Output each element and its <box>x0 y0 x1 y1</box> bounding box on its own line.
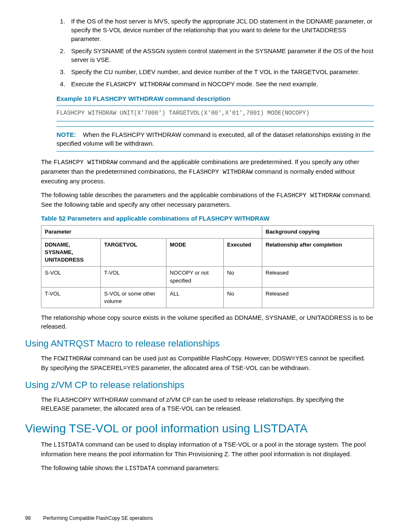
paragraph: The FLASHCOPY WITHDRAW command of z/VM C… <box>41 395 374 413</box>
code-text: FLASHCPY WITHDRAW <box>189 169 253 176</box>
th-mode: MODE <box>166 238 224 267</box>
chapter-title: Performing Compatible FlashCopy SE opera… <box>43 515 153 521</box>
list-item: Specify SYSNAME of the ASSGN system cont… <box>67 46 374 64</box>
cell: T-VOL <box>41 287 101 308</box>
list-text: command in NOCOPY mode. See the next exa… <box>170 80 318 87</box>
list-text: If the OS of the host server is MVS, spe… <box>71 18 373 42</box>
heading-listdata: Viewing TSE-VOL or pool information usin… <box>25 420 374 437</box>
list-text: Execute the <box>71 80 106 87</box>
cell: ALL <box>166 287 224 308</box>
th-target: TARGETVOL <box>101 238 166 267</box>
paragraph: The LISTDATA command can be used to disp… <box>41 440 374 458</box>
th-parameter: Parameter <box>41 225 262 238</box>
th-dd: DDNAME, SYSNAME, UNITADDRESS <box>41 238 101 267</box>
code-text: FCWITHDRAW <box>54 355 91 362</box>
procedure-list: If the OS of the host server is MVS, spe… <box>25 17 374 89</box>
cell: S-VOL <box>41 267 101 287</box>
table-row: T-VOL S-VOL or some other volume ALL No … <box>41 287 374 308</box>
list-item: Execute the FLASHCPY WITHDRAW command in… <box>67 80 374 89</box>
note-text: When the FLASHCPY WITHDRAW command is ex… <box>56 131 371 147</box>
heading-antrqst: Using ANTRQST Macro to release relations… <box>25 337 374 350</box>
code-block: FLASHCPY WITHDRAW UNIT(X'7000') TARGETVO… <box>56 105 374 121</box>
table-title: Table 52 Parameters and applicable combi… <box>41 214 374 223</box>
cell: S-VOL or some other volume <box>101 287 166 308</box>
paragraph: The following table describes the parame… <box>41 190 374 209</box>
note-label: NOTE: <box>56 131 76 138</box>
th-rel: Relationship after completion <box>262 238 374 267</box>
page-footer: 98 Performing Compatible FlashCopy SE op… <box>25 515 374 522</box>
combinations-table: Parameter Background copying DDNAME, SYS… <box>41 225 374 308</box>
code-text: FLASHCPY WITHDRAW <box>276 192 340 199</box>
cell: NOCOPY or not specified <box>166 267 224 287</box>
code-text: LISTDATA <box>125 465 155 472</box>
list-item: If the OS of the host server is MVS, spe… <box>67 17 374 43</box>
paragraph: The following table shows the LISTDATA c… <box>41 463 374 473</box>
list-text: Specify SYSNAME of the ASSGN system cont… <box>71 47 373 63</box>
code-text: FLASHCPY WITHDRAW <box>106 81 170 88</box>
paragraph: The FLASHCPY WITHDRAW command and the ap… <box>41 157 374 185</box>
page-number: 98 <box>25 515 42 522</box>
cell: Released <box>262 287 374 308</box>
code-text: FLASHCPY WITHDRAW <box>54 159 118 166</box>
example-title: Example 10 FLASHCPY WITHDRAW command des… <box>56 94 374 103</box>
th-exec: Executed <box>224 238 262 267</box>
cell: Released <box>262 267 374 287</box>
paragraph: The FCWITHDRAW command can be used just … <box>41 354 374 372</box>
cell: No <box>224 287 262 308</box>
list-text: Specify the CU number, LDEV number, and … <box>71 68 360 75</box>
heading-zvm: Using z/VM CP to release relationships <box>25 379 374 392</box>
code-text: LISTDATA <box>54 442 84 449</box>
example-block: Example 10 FLASHCPY WITHDRAW command des… <box>56 94 374 152</box>
list-item: Specify the CU number, LDEV number, and … <box>67 67 374 76</box>
cell: No <box>224 267 262 287</box>
table-row: S-VOL T-VOL NOCOPY or not specified No R… <box>41 267 374 287</box>
note-block: NOTE: When the FLASHCPY WITHDRAW command… <box>56 126 374 152</box>
th-bg: Background copying <box>262 225 374 238</box>
cell: T-VOL <box>101 267 166 287</box>
paragraph: The relationship whose copy source exist… <box>41 313 374 331</box>
